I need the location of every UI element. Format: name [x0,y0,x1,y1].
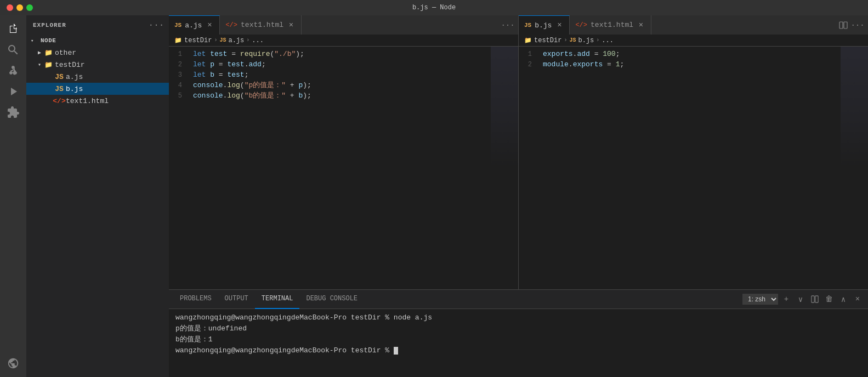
panel-tab-terminal-label: TERMINAL [262,295,293,302]
ajs-label: a.js [66,73,83,81]
minimap-content-right [841,47,868,289]
tab-text1html-right-close[interactable]: × [637,21,645,30]
terminal-output-2: b的值是：1 [175,335,213,344]
breadcrumb-right-dots: ... [602,37,614,44]
terminal-cursor [394,347,398,355]
terminal-shell-select[interactable]: 1: zsh [742,294,778,305]
breadcrumb-testdir: 📁 testDir [174,37,212,44]
tab-ajs-label: a.js [185,21,202,30]
extensions-icon[interactable] [4,103,22,122]
bjs-file-icon: JS [55,84,64,93]
tab-bjs[interactable]: JS b.js × [519,15,570,35]
activity-bar [0,15,26,377]
traffic-lights [7,4,33,11]
breadcrumb-dots: ... [252,37,264,44]
breadcrumb-right-sep-2: › [596,37,599,43]
code-line: 1 let test = require("./b"); [169,49,491,59]
sidebar-item-testdir[interactable]: ▾ 📁 testDir [26,59,169,71]
tab-text1html-left[interactable]: </> text1.html × [220,15,302,35]
maximize-panel-button[interactable]: ∧ [837,293,849,305]
bjs-label: b.js [66,85,83,93]
split-terminal-button[interactable] [809,293,821,305]
panel-tab-debug[interactable]: DEBUG CONSOLE [299,290,364,309]
tab-bjs-icon: JS [524,22,531,28]
tab-text1html-left-close[interactable]: × [287,21,296,30]
more-tabs-button-right[interactable]: ··· [852,19,864,31]
sidebar-item-ajs[interactable]: JS a.js [26,71,169,83]
panel-tab-problems-label: PROBLEMS [180,295,212,302]
run-icon[interactable] [4,82,22,101]
sidebar-item-bjs[interactable]: JS b.js [26,83,169,95]
editor-pane-right: JS b.js × </> text1.html × ··· [518,15,868,289]
breadcrumb-sep-1: › [214,37,217,43]
other-label: other [55,49,76,57]
tab-bjs-label: b.js [535,21,552,30]
editor-main-left: 1 let test = require("./b"); 2 let p = t… [169,47,518,289]
tab-text1html-right[interactable]: </> text1.html × [570,15,651,35]
maximize-button[interactable] [26,4,33,11]
text1html-label: text1.html [66,97,109,105]
panel-tab-output-label: OUTPUT [225,295,248,302]
breadcrumb-right-testdir-label: testDir [534,37,561,44]
node-section-label: NODE [41,37,56,44]
minimap-content-left [491,47,518,289]
tab-ajs[interactable]: JS a.js × [169,15,220,35]
tab-bar-left-actions: ··· [497,15,518,35]
panel-tab-output[interactable]: OUTPUT [218,290,255,309]
add-terminal-button[interactable]: + [780,293,792,305]
terminal-line: wangzhongqing@wangzhongqingdeMacBook-Pro… [175,312,861,323]
editor-main-right: 1 exports.add = 100; 2 module.exports = … [519,47,868,289]
files-icon[interactable] [4,20,22,38]
sidebar-item-other[interactable]: ▶ 📁 other [26,47,169,59]
panel-tabs-right: 1: zsh + ∨ 🗑 ∧ × [742,293,864,305]
tab-text1html-right-label: text1.html [591,21,633,29]
editor-area: JS a.js × </> text1.html × ··· [169,15,868,377]
tab-ajs-close[interactable]: × [205,21,214,30]
more-tabs-button-left[interactable]: ··· [502,19,514,31]
sidebar-actions: ··· [150,19,162,31]
sidebar: EXPLORER ··· ▾ NODE ▶ 📁 other ▾ 📁 testDi… [26,15,169,377]
split-editor-button[interactable] [837,19,849,31]
breadcrumb-testdir-label: testDir [184,37,212,44]
breadcrumb-left: 📁 testDir › JS a.js › ... [169,35,518,47]
code-area-left[interactable]: 1 let test = require("./b"); 2 let p = t… [169,47,491,289]
terminal-content[interactable]: wangzhongqing@wangzhongqingdeMacBook-Pro… [169,309,868,377]
minimize-button[interactable] [16,4,23,11]
minimap-left [491,47,518,289]
ajs-no-arrow [46,72,55,81]
editors-container: JS a.js × </> text1.html × ··· [169,15,868,289]
terminal-panel: PROBLEMS OUTPUT TERMINAL DEBUG CONSOLE 1… [169,289,868,377]
source-control-icon[interactable] [4,61,22,80]
search-icon[interactable] [4,41,22,59]
delete-terminal-button[interactable]: 🗑 [823,293,835,305]
panel-tabs: PROBLEMS OUTPUT TERMINAL DEBUG CONSOLE 1… [169,290,868,309]
sidebar-item-text1html[interactable]: </> text1.html [26,95,169,107]
close-button[interactable] [7,4,13,11]
code-area-right[interactable]: 1 exports.add = 100; 2 module.exports = … [519,47,841,289]
tab-bjs-close[interactable]: × [555,21,564,30]
breadcrumb-right-sep-1: › [564,37,567,43]
close-panel-button[interactable]: × [852,293,864,305]
terminal-prompt-2: wangzhongqing@wangzhongqingdeMacBook-Pro… [175,346,394,355]
breadcrumb-bjs: JS b.js [569,37,594,44]
breadcrumb-ajs-icon: JS [219,37,226,43]
activity-bar-bottom [4,354,22,373]
svg-rect-1 [844,22,847,28]
node-section-header[interactable]: ▾ NODE [26,35,169,47]
panel-tab-terminal[interactable]: TERMINAL [255,290,300,309]
breadcrumb-ajs-label: a.js [228,37,244,44]
more-actions-button[interactable]: ··· [150,19,162,31]
breadcrumb-right-testdir: 📁 testDir [524,37,561,44]
terminal-scroll-down[interactable]: ∨ [795,293,807,305]
code-line: 3 let b = test; [169,70,491,80]
breadcrumb-testdir-icon: 📁 [174,37,182,44]
tab-ajs-icon: JS [174,22,181,28]
tab-html-icon-left: </> [225,21,237,29]
terminal-output-1: p的值是：undefined [175,324,247,333]
node-arrow: ▾ [31,38,38,44]
remote-icon[interactable] [4,354,22,373]
tab-bar-left: JS a.js × </> text1.html × ··· [169,15,518,35]
code-line: 2 let p = test.add; [169,59,491,70]
panel-tab-problems[interactable]: PROBLEMS [173,290,218,309]
testdir-arrow: ▾ [35,60,44,69]
